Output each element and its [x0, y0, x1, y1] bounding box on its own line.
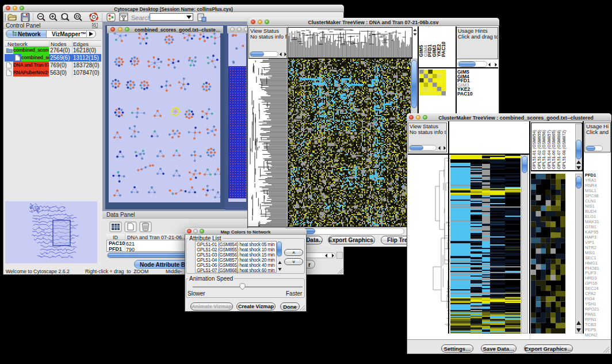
- svg-text:GPL51-08 (GSM872): GPL51-08 (GSM872): [561, 130, 567, 169]
